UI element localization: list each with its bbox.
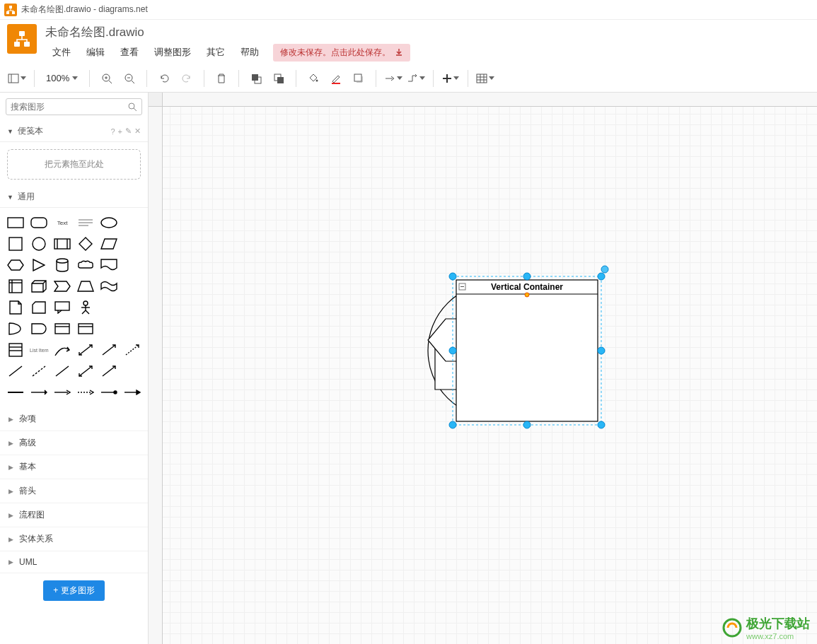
shape-trapezoid[interactable] bbox=[76, 277, 96, 295]
to-front-button[interactable] bbox=[246, 69, 266, 88]
resize-handle-e[interactable] bbox=[598, 347, 605, 354]
shape-line-dash[interactable] bbox=[29, 362, 50, 380]
zoom-in-button[interactable] bbox=[97, 69, 117, 88]
category-basic[interactable]: ▶基本 bbox=[0, 455, 148, 479]
category-misc[interactable]: ▶杂项 bbox=[0, 407, 148, 431]
category-flowchart[interactable]: ▶流程图 bbox=[0, 503, 148, 527]
shape-container[interactable] bbox=[76, 320, 96, 338]
shape-line[interactable] bbox=[6, 362, 26, 380]
shape-blank2[interactable] bbox=[122, 235, 142, 253]
menu-arrange[interactable]: 调整图形 bbox=[147, 43, 198, 62]
shape-internal-storage[interactable] bbox=[6, 277, 26, 295]
shape-circle[interactable] bbox=[29, 235, 50, 253]
category-uml[interactable]: ▶UML bbox=[0, 551, 148, 573]
shape-document[interactable] bbox=[98, 256, 119, 274]
shape-rectangle[interactable] bbox=[6, 213, 26, 232]
insert-button[interactable] bbox=[441, 69, 460, 88]
shape-link6[interactable] bbox=[122, 383, 142, 402]
scratchpad-add-icon[interactable]: + bbox=[118, 127, 122, 136]
scratchpad-help-icon[interactable]: ? bbox=[110, 127, 115, 136]
table-button[interactable] bbox=[475, 69, 495, 88]
resize-handle-ne[interactable] bbox=[598, 273, 605, 280]
category-er[interactable]: ▶实体关系 bbox=[0, 527, 148, 551]
shape-link2[interactable] bbox=[29, 383, 50, 402]
connection-point[interactable] bbox=[525, 293, 529, 297]
shape-cylinder[interactable] bbox=[52, 256, 73, 274]
diagram-svg[interactable]: Vertical Container bbox=[149, 93, 817, 644]
shape-blank9[interactable] bbox=[122, 362, 142, 380]
shape-link4[interactable] bbox=[76, 383, 96, 402]
shape-ellipse[interactable] bbox=[98, 213, 119, 232]
shape-step[interactable] bbox=[52, 277, 73, 295]
resize-handle-sw[interactable] bbox=[449, 421, 456, 428]
shape-list[interactable] bbox=[6, 341, 26, 359]
shape-curve[interactable] bbox=[52, 341, 73, 359]
resize-handle-s[interactable] bbox=[523, 421, 531, 428]
shape-dashed-arrow[interactable] bbox=[122, 341, 142, 359]
scratchpad-drop-target[interactable]: 把元素拖至此处 bbox=[7, 149, 141, 180]
unsaved-warning[interactable]: 修改未保存。点击此处保存。 bbox=[273, 44, 410, 62]
undo-button[interactable] bbox=[154, 69, 174, 88]
menu-help[interactable]: 帮助 bbox=[233, 43, 266, 62]
connection-button[interactable] bbox=[383, 69, 403, 88]
to-back-button[interactable] bbox=[269, 69, 289, 88]
zoom-control[interactable]: 100% bbox=[42, 73, 82, 83]
shadow-button[interactable] bbox=[349, 69, 369, 88]
shape-square[interactable] bbox=[6, 235, 26, 253]
general-shapes-header[interactable]: ▼ 通用 bbox=[0, 187, 148, 208]
more-shapes-button[interactable]: + 更多图形 bbox=[43, 580, 104, 601]
shape-tape[interactable] bbox=[98, 277, 119, 295]
shape-arrow2[interactable] bbox=[98, 362, 119, 380]
scratchpad-close-icon[interactable]: ✕ bbox=[134, 127, 141, 136]
shape-arrow[interactable] bbox=[98, 341, 119, 359]
category-advanced[interactable]: ▶高级 bbox=[0, 431, 148, 455]
app-logo[interactable] bbox=[7, 24, 37, 54]
shape-hexagon[interactable] bbox=[6, 256, 26, 274]
shape-blank5[interactable] bbox=[98, 298, 119, 317]
shape-line2[interactable] bbox=[52, 362, 73, 380]
shape-parallelogram[interactable] bbox=[98, 235, 119, 253]
shape-blank6[interactable] bbox=[122, 298, 142, 317]
rotate-handle[interactable] bbox=[601, 266, 608, 273]
shape-search[interactable] bbox=[6, 98, 142, 115]
shape-or[interactable] bbox=[6, 320, 26, 338]
resize-handle-w[interactable] bbox=[449, 347, 456, 354]
shape-actor[interactable] bbox=[76, 298, 96, 317]
shape-callout[interactable] bbox=[52, 298, 73, 317]
shape-blank[interactable] bbox=[122, 213, 142, 232]
resize-handle-nw[interactable] bbox=[449, 273, 456, 280]
document-title[interactable]: 未命名绘图.drawio bbox=[45, 24, 810, 40]
shape-card[interactable] bbox=[29, 298, 50, 317]
shape-blank3[interactable] bbox=[122, 256, 142, 274]
shape-blank8[interactable] bbox=[122, 320, 142, 338]
sidebar-toggle-button[interactable] bbox=[7, 69, 27, 88]
shape-bidir2[interactable] bbox=[76, 362, 96, 380]
shape-link5[interactable] bbox=[98, 383, 119, 402]
menu-edit[interactable]: 编辑 bbox=[79, 43, 112, 62]
shape-rounded-rect[interactable] bbox=[29, 213, 50, 232]
shape-and[interactable] bbox=[29, 320, 50, 338]
fill-color-button[interactable] bbox=[303, 69, 323, 88]
shape-cube[interactable] bbox=[29, 277, 50, 295]
zoom-out-button[interactable] bbox=[120, 69, 139, 88]
canvas[interactable]: Vertical Container 极光下载站 bbox=[149, 93, 817, 644]
resize-handle-n[interactable] bbox=[523, 273, 531, 280]
scratchpad-header[interactable]: ▼ 便笺本 ? + ✎ ✕ bbox=[0, 121, 148, 142]
menu-view[interactable]: 查看 bbox=[113, 43, 146, 62]
shape-data-store[interactable] bbox=[52, 320, 73, 338]
shape-blank4[interactable] bbox=[122, 277, 142, 295]
category-arrows[interactable]: ▶箭头 bbox=[0, 479, 148, 503]
shape-blank7[interactable] bbox=[98, 320, 119, 338]
shape-link1[interactable] bbox=[6, 383, 26, 402]
waypoints-button[interactable] bbox=[406, 69, 426, 88]
menu-extras[interactable]: 其它 bbox=[199, 43, 232, 62]
shape-list-item[interactable]: List Item bbox=[29, 341, 50, 359]
shape-textbox[interactable] bbox=[76, 213, 96, 232]
line-color-button[interactable] bbox=[326, 69, 346, 88]
shape-cloud[interactable] bbox=[76, 256, 96, 274]
scratchpad-edit-icon[interactable]: ✎ bbox=[125, 127, 132, 136]
shape-note[interactable] bbox=[6, 298, 26, 317]
menu-file[interactable]: 文件 bbox=[45, 43, 78, 62]
resize-handle-se[interactable] bbox=[598, 421, 605, 428]
shape-search-input[interactable] bbox=[11, 102, 127, 112]
